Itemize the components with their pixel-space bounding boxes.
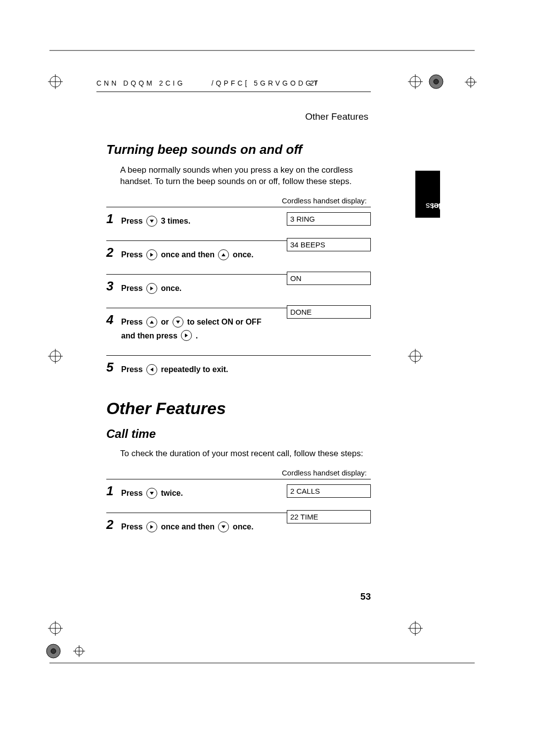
display-box: 2 CALLS [287, 484, 371, 498]
svg-point-3 [410, 76, 421, 87]
section-intro-calltime: To check the duration of your most recen… [120, 448, 371, 460]
step-text: Press repeatedly to exit. [121, 363, 371, 376]
step-row: 1 Press twice. 2 CALLS [106, 479, 371, 513]
down-arrow-icon [146, 488, 157, 499]
svg-point-24 [46, 644, 60, 658]
svg-point-26 [75, 647, 83, 655]
step-row: 4 Press or to select ON or OFF and then … [106, 308, 371, 355]
header-code-left: CNN DQQM 2CIG /QPFC[ 5GRVGODGT [96, 79, 320, 87]
step-row: 3 Press once. ON [106, 274, 371, 308]
steps-beep: 1 Press 3 times. 3 RING 2 Press once and… [106, 207, 371, 384]
header-code-right: 2/ [310, 79, 319, 87]
down-arrow-icon [218, 521, 229, 532]
header-rule [96, 92, 371, 92]
left-arrow-icon [146, 364, 157, 375]
svg-point-8 [467, 78, 475, 86]
right-arrow-icon [146, 249, 157, 260]
down-arrow-icon [173, 317, 183, 328]
section-intro-beep: A beep normally sounds when you press a … [120, 165, 371, 188]
step-number: 3 [106, 280, 121, 292]
step-text: Press or to select ON or OFF and then pr… [121, 315, 371, 342]
step-row: 5 Press repeatedly to exit. [106, 355, 371, 384]
up-arrow-icon [146, 317, 157, 328]
display-box: DONE [287, 305, 371, 319]
right-arrow-icon [146, 521, 157, 532]
svg-point-12 [50, 351, 61, 362]
step-number: 2 [106, 246, 121, 259]
display-label-2: Cordless handset display: [282, 469, 371, 477]
page-number: 53 [360, 591, 371, 602]
section-title-calltime: Call time [106, 427, 371, 441]
display-box: 3 RING [287, 212, 371, 226]
down-arrow-icon [146, 216, 157, 227]
chapter-tab: 2. CordlessHandset [415, 171, 440, 218]
breadcrumb: Other Features [240, 111, 368, 122]
step-number: 2 [106, 518, 121, 531]
step-row: 2 Press once and then once. 22 TIME [106, 513, 371, 546]
section-title-beep: Turning beep sounds on and off [106, 142, 371, 157]
step-row: 1 Press 3 times. 3 RING [106, 207, 371, 240]
svg-point-21 [410, 623, 421, 634]
svg-point-7 [434, 79, 439, 84]
display-box: 34 BEEPS [287, 238, 371, 251]
display-label-1: Cordless handset display: [282, 196, 371, 205]
page-title: Other Features [106, 399, 371, 418]
svg-point-15 [410, 351, 421, 362]
up-arrow-icon [218, 249, 229, 260]
svg-point-0 [50, 76, 61, 87]
right-arrow-icon [146, 283, 157, 294]
svg-point-25 [51, 649, 56, 654]
steps-calltime: 1 Press twice. 2 CALLS 2 Press once and … [106, 479, 371, 546]
step-row: 2 Press once and then once. 34 BEEPS [106, 240, 371, 274]
step-number: 1 [106, 484, 121, 497]
right-arrow-icon [181, 330, 192, 341]
step-number: 4 [106, 313, 121, 326]
display-box: ON [287, 272, 371, 285]
step-number: 1 [106, 212, 121, 225]
svg-point-18 [50, 623, 61, 634]
display-box: 22 TIME [287, 510, 371, 523]
svg-point-6 [429, 75, 443, 89]
step-number: 5 [106, 361, 121, 374]
